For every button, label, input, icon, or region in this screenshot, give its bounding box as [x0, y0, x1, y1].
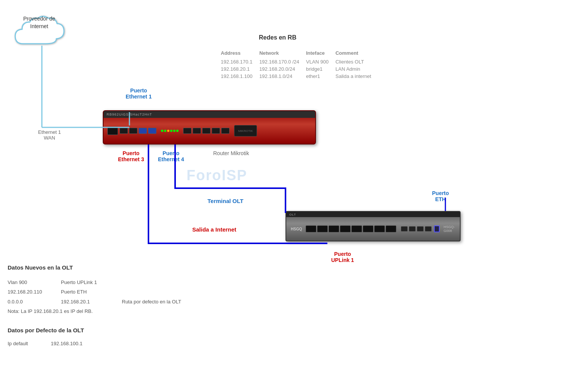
label-puerto-eth4: Puerto Ethernet 4 [158, 150, 184, 162]
router-mikrotik-device: RB962UiGS-5HacT2HnT [103, 110, 316, 144]
datos-defecto-content: Ip default 192.168.100.1 [8, 340, 83, 347]
eth1-wan-label: Ethernet 1 WAN [38, 129, 61, 141]
hsgq-brand: HSGQ [291, 227, 302, 231]
redes-table: Address Network Inteface Comment 192.168… [221, 49, 378, 80]
eth-port-4 [148, 128, 156, 134]
table-row: Ip default 192.168.100.1 [8, 340, 83, 347]
label-puerto-uplink: Puerto UPLink 1 [331, 251, 354, 263]
redes-rb-title: Redes en RB [259, 34, 297, 41]
olt-uplink-ports [401, 226, 432, 232]
cloud-label: Proveedor de Internet [14, 15, 64, 30]
olt-body: HSGQ HSGQ-G008 [286, 217, 460, 241]
col-comment: Comment [335, 49, 378, 58]
eth-port-2 [129, 128, 137, 134]
eth-port-6 [183, 128, 191, 134]
sfp-2 [317, 225, 328, 232]
table-row: 192.168.1.100 192.168.1.0/24 ether1 Sali… [221, 73, 378, 80]
led-5 [173, 130, 175, 132]
sfp-4 [340, 225, 351, 232]
olt-eth-port [434, 225, 440, 232]
olt-top-bar: OLT [286, 212, 460, 217]
led-4 [170, 130, 172, 132]
table-row: 192.168.20.110 Puerto ETH [8, 287, 181, 297]
col-address: Address [221, 49, 259, 58]
watermark: ForoISP [187, 167, 247, 184]
eth-port-1 [120, 128, 128, 134]
table-row: 192.168.20.1 192.168.20.0/24 bridge1 LAN… [221, 65, 378, 73]
olt-model: HSGQ-G008 [443, 225, 455, 233]
sfp-6 [363, 225, 373, 232]
eth-port-9 [212, 128, 220, 134]
table-row: 0.0.0.0 192.168.20.1 Ruta por defecto en… [8, 297, 181, 306]
eth-ports-left [120, 128, 156, 134]
led-3 [167, 130, 169, 132]
uplink-3 [417, 226, 424, 232]
eth-port-10 [221, 128, 230, 134]
led-6 [176, 130, 179, 132]
label-router-mikrotik: Router Mikrotik [213, 150, 249, 156]
col-interface: Inteface [306, 49, 335, 58]
eth-port-3 [139, 128, 147, 134]
table-row: Vlan 900 Puerto UPLink 1 [8, 278, 181, 287]
datos-nuevos-title: Datos Nuevos en la OLT [8, 264, 73, 271]
sfp-port [107, 127, 118, 135]
datos-nuevos-content: Vlan 900 Puerto UPLink 1 192.168.20.110 … [8, 278, 181, 316]
router-body: MIKROTIK [104, 118, 315, 144]
uplink-4 [425, 226, 432, 232]
router-display: MIKROTIK [234, 125, 257, 136]
sfp-1 [306, 225, 316, 232]
olt-device: OLT HSGQ HSGQ-G008 [286, 211, 461, 241]
table-row: Nota: La IP 192.168.20.1 es IP del RB. [8, 306, 181, 316]
datos-defecto-title: Datos por Defecto de la OLT [8, 327, 84, 333]
eth-port-8 [202, 128, 211, 134]
sfp-3 [329, 225, 339, 232]
led-1 [161, 130, 163, 132]
eth-port-7 [193, 128, 201, 134]
sfp-5 [351, 225, 362, 232]
label-puerto-eth: Puerto ETH [432, 190, 449, 202]
label-salida-internet: Salida a Internet [192, 226, 236, 233]
table-row: 192.168.170.1 192.168.170.0 /24 VLAN 900… [221, 58, 378, 65]
leds [161, 130, 179, 132]
uplink-1 [401, 226, 408, 232]
eth-ports-right [183, 128, 230, 134]
sfp-8 [386, 225, 396, 232]
uplink-2 [409, 226, 416, 232]
router-top-bar: RB962UiGS-5HacT2HnT [104, 111, 315, 118]
label-puerto-eth1: Puerto Ethernet 1 [126, 87, 152, 100]
sfp-7 [374, 225, 385, 232]
col-network: Network [259, 49, 306, 58]
label-terminal-olt: Terminal OLT [207, 198, 243, 204]
olt-sfp-ports [306, 225, 396, 232]
led-2 [164, 130, 166, 132]
label-puerto-eth3: Puerto Ethernet 3 [118, 150, 144, 162]
